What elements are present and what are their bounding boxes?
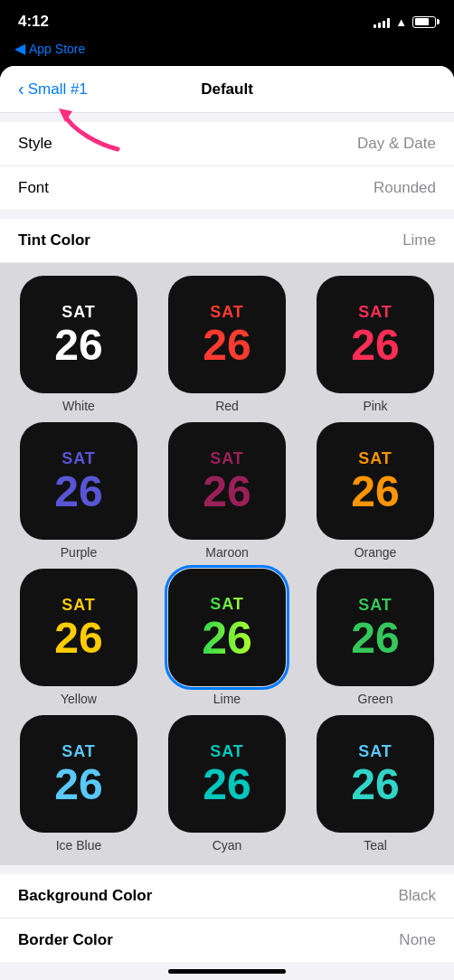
watch-face-lime: SAT26 (168, 569, 286, 686)
watch-date-red: 26 (203, 324, 251, 367)
color-item-red[interactable]: SAT26Red (157, 276, 297, 413)
back-chevron-icon: ◀ (14, 40, 25, 57)
watch-face-yellow: SAT26 (20, 569, 137, 686)
border-color-value: None (399, 931, 436, 949)
color-item-yellow[interactable]: SAT26Yellow (9, 569, 148, 706)
color-name-cyan2: Cyan (213, 838, 242, 853)
watch-day-maroon: SAT (210, 449, 244, 468)
color-item-maroon[interactable]: SAT26Maroon (157, 422, 297, 560)
style-value: Day & Date (357, 135, 436, 153)
tint-section: Tint Color Lime SAT26WhiteSAT26RedSAT26P… (0, 219, 454, 865)
app-store-bar[interactable]: ◀ App Store (0, 36, 454, 66)
watch-date-teal: 26 (351, 763, 399, 806)
color-item-pink[interactable]: SAT26Pink (306, 276, 445, 413)
watch-date-green: 26 (351, 617, 399, 660)
watch-face-pink: SAT26 (317, 276, 434, 393)
color-item-green[interactable]: SAT26Green (306, 569, 445, 706)
background-color-row[interactable]: Background Color Black (0, 874, 454, 919)
color-name-maroon: Maroon (205, 545, 248, 560)
color-name-orange: Orange (355, 545, 397, 560)
style-row[interactable]: Style Day & Date (0, 122, 454, 166)
color-name-cyan1: Ice Blue (56, 838, 102, 853)
color-item-cyan2[interactable]: SAT26Cyan (157, 715, 297, 853)
font-label: Font (18, 179, 49, 197)
color-grid: SAT26WhiteSAT26RedSAT26PinkSAT26PurpleSA… (0, 263, 454, 865)
watch-face-green: SAT26 (317, 569, 434, 686)
font-value: Rounded (374, 179, 436, 197)
watch-day-yellow: SAT (61, 596, 96, 615)
color-name-lime: Lime (213, 692, 241, 706)
watch-face-purple: SAT26 (20, 422, 137, 540)
watch-face-maroon: SAT26 (168, 422, 286, 540)
color-name-teal: Teal (364, 838, 387, 853)
wifi-icon: ▲ (395, 15, 407, 29)
watch-date-orange: 26 (351, 470, 399, 514)
status-time: 4:12 (18, 13, 49, 31)
status-icons: ▲ (374, 15, 436, 29)
watch-date-cyan2: 26 (203, 763, 251, 806)
nav-header: ‹ Small #1 Default (0, 66, 454, 113)
background-color-label: Background Color (18, 887, 152, 905)
font-row[interactable]: Font Rounded (0, 166, 454, 210)
color-item-teal[interactable]: SAT26Teal (306, 715, 445, 853)
color-item-white[interactable]: SAT26White (9, 276, 148, 413)
color-item-lime[interactable]: SAT26Lime (157, 569, 297, 706)
color-name-red: Red (215, 399, 239, 413)
watch-date-purple: 26 (54, 470, 102, 514)
watch-day-cyan2: SAT (210, 742, 244, 761)
watch-date-cyan1: 26 (54, 763, 102, 806)
tint-color-label: Tint Color (18, 231, 90, 250)
watch-day-orange: SAT (358, 449, 393, 468)
style-label: Style (18, 135, 52, 153)
home-bar (168, 969, 286, 974)
border-color-label: Border Color (18, 931, 113, 949)
watch-day-pink: SAT (358, 303, 393, 322)
watch-day-green: SAT (358, 596, 393, 615)
signal-icon (374, 16, 390, 28)
nav-title: Default (201, 80, 253, 99)
watch-day-purple: SAT (61, 449, 96, 468)
watch-face-orange: SAT26 (317, 422, 434, 540)
battery-icon (412, 16, 436, 28)
color-name-purple: Purple (61, 545, 97, 560)
watch-face-cyan1: SAT26 (20, 715, 137, 833)
main-card: ‹ Small #1 Default Style Day & Date Font… (0, 66, 454, 980)
home-indicator (0, 962, 454, 980)
watch-face-cyan2: SAT26 (168, 715, 286, 833)
color-name-pink: Pink (363, 399, 387, 413)
style-section: Style Day & Date Font Rounded (0, 122, 454, 210)
color-name-white: White (62, 399, 95, 413)
status-bar: 4:12 ▲ (0, 0, 454, 36)
color-name-green: Green (358, 692, 393, 706)
border-color-row[interactable]: Border Color None (0, 919, 454, 962)
nav-back-button[interactable]: ‹ Small #1 (18, 79, 88, 99)
color-name-yellow: Yellow (61, 692, 97, 706)
nav-back-label: Small #1 (28, 80, 88, 99)
background-color-value: Black (398, 887, 436, 905)
watch-day-white: SAT (61, 303, 96, 322)
watch-face-white: SAT26 (20, 276, 137, 393)
watch-day-red: SAT (210, 303, 244, 322)
watch-date-yellow: 26 (54, 617, 102, 660)
watch-date-pink: 26 (351, 324, 399, 367)
watch-date-white: 26 (54, 324, 102, 367)
watch-date-maroon: 26 (203, 470, 251, 514)
watch-day-teal: SAT (358, 742, 393, 761)
color-item-orange[interactable]: SAT26Orange (306, 422, 445, 560)
watch-face-teal: SAT26 (317, 715, 434, 833)
watch-day-cyan1: SAT (61, 742, 96, 761)
tint-color-value: Lime (402, 231, 436, 250)
tint-header-row: Tint Color Lime (0, 219, 454, 263)
color-item-purple[interactable]: SAT26Purple (9, 422, 148, 560)
bottom-settings: Background Color Black Border Color None (0, 874, 454, 962)
app-store-label: App Store (29, 42, 85, 56)
nav-back-chevron-icon: ‹ (18, 79, 24, 99)
color-item-cyan1[interactable]: SAT26Ice Blue (9, 715, 148, 853)
watch-face-red: SAT26 (168, 276, 286, 393)
